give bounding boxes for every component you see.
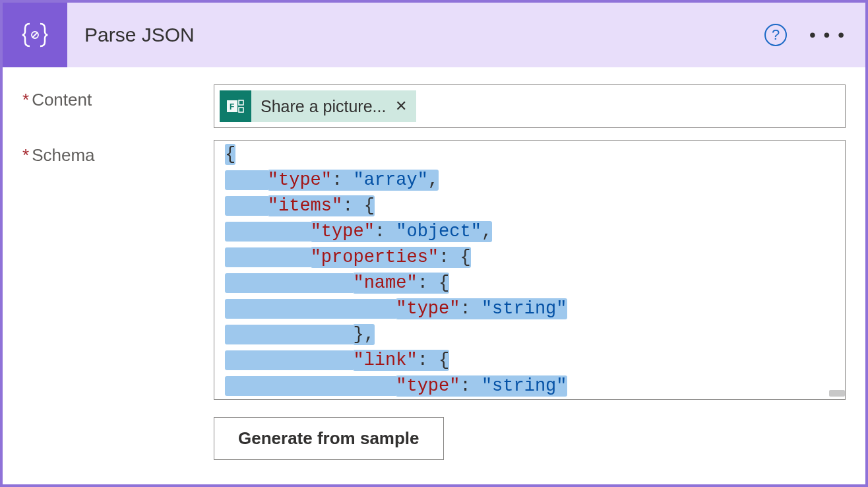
- help-icon[interactable]: ?: [764, 24, 787, 46]
- code-line: ···· "type": "array",: [225, 168, 834, 193]
- code-line: ················ "type": "string": [225, 296, 834, 322]
- card-body: *Content F Share a picture...: [3, 67, 865, 487]
- parse-json-card: Parse JSON ? • • • *Content F: [3, 3, 865, 484]
- card-title: Parse JSON: [84, 24, 764, 46]
- braces-icon: [20, 20, 50, 50]
- code-line: ···· "items": {: [225, 193, 834, 219]
- scrollbar-thumb[interactable]: [829, 390, 845, 397]
- svg-line-1: [32, 32, 38, 38]
- svg-text:F: F: [230, 102, 234, 112]
- content-row: *Content F Share a picture...: [22, 84, 846, 128]
- dynamic-content-token[interactable]: F Share a picture... ✕: [220, 90, 416, 122]
- schema-field: {···· "type": "array",···· "items": {···…: [214, 140, 846, 460]
- more-icon[interactable]: • • •: [809, 24, 846, 46]
- code-line: ············ "link": {: [225, 348, 834, 373]
- token-label: Share a picture...: [261, 97, 386, 116]
- close-icon[interactable]: ✕: [395, 98, 407, 115]
- schema-editor[interactable]: {···· "type": "array",···· "items": {···…: [214, 140, 846, 400]
- card-header: Parse JSON ? • • •: [3, 3, 865, 67]
- code-line: {: [225, 142, 834, 168]
- code-line: ············ "name": {: [225, 271, 834, 296]
- schema-row: *Schema {···· "type": "array",···· "item…: [22, 140, 846, 460]
- code-line: ················ "type": "string": [225, 373, 834, 399]
- parse-json-icon: [3, 3, 67, 67]
- svg-rect-5: [239, 108, 243, 112]
- content-field: F Share a picture... ✕: [214, 84, 846, 128]
- code-line: ········ "properties": {: [225, 245, 834, 271]
- generate-from-sample-button[interactable]: Generate from sample: [214, 417, 444, 460]
- content-input[interactable]: F Share a picture... ✕: [214, 84, 846, 128]
- forms-icon: F: [220, 90, 251, 122]
- code-line: ········ "type": "object",: [225, 219, 834, 245]
- content-label: *Content: [22, 84, 214, 128]
- svg-rect-4: [239, 100, 243, 105]
- schema-label: *Schema: [22, 140, 214, 460]
- code-line: ············ },: [225, 322, 834, 348]
